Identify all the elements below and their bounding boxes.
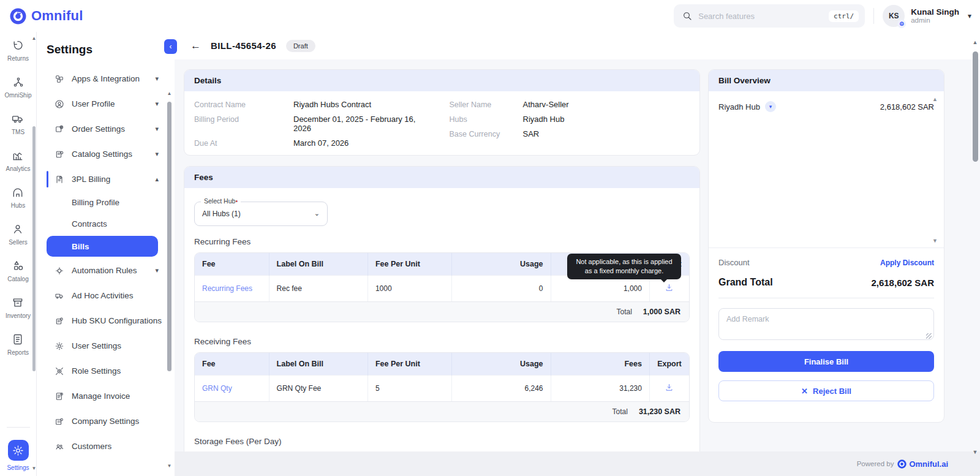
recurring-fees-table: Not applicable, as this is applied as a … [194,252,690,322]
table-row: GRN Qty GRN Qty Fee 5 6,246 31,230 [195,375,689,401]
rail-item-settings[interactable]: Settings [7,426,30,471]
reject-bill-button[interactable]: ✕ Reject Bill [718,380,934,401]
hub-amount: 2,618,602 SAR [880,102,934,111]
sidebar-item-hub-sku-configurations[interactable]: Hub SKU Configurations [47,308,175,333]
hub-icon [12,186,24,198]
sidebar-item-customers[interactable]: Customers [47,434,175,459]
sidebar-item-manage-invoice[interactable]: Manage Invoice [47,383,175,409]
box-icon [12,297,24,309]
sidebar-item-3pl-billing[interactable]: 3PL Billing▴ [47,167,175,192]
window-scrollbar[interactable]: ▲ ▼ [971,34,979,474]
rail-item-inventory[interactable]: Inventory [6,297,31,319]
sidebar-scrollbar[interactable]: ▲ ▼ [167,91,172,458]
omniful-ai-link[interactable]: Omniful.ai [897,459,948,469]
omniful-logo-icon [10,8,26,25]
user-menu[interactable]: KS ⚙ Kunal Singh admin [883,5,959,27]
sidebar-item-user-settings[interactable]: User Settings [47,333,175,358]
sidebar-item-contracts[interactable]: Contracts [47,213,175,235]
detail-hubs: Hubs Riyadh Hub [450,115,690,124]
gear-icon [12,445,24,456]
avatar: KS ⚙ [883,5,905,27]
sidebar-item-user-profile[interactable]: User Profile▾ [47,91,175,116]
sidebar-item-apps-integration[interactable]: Apps & Integration▾ [47,66,175,91]
main-content: ← BILL-45654-26 Draft Details Contract N… [175,32,980,476]
user-settings-icon [55,341,64,351]
brand-logo[interactable]: Omniful [10,8,83,25]
back-arrow-icon[interactable]: ← [190,40,201,52]
recurring-fees-title: Recurring Fees [194,237,690,246]
status-badge: Draft [286,40,315,52]
truck-icon [12,113,24,125]
discount-row: Discount Apply Discount [718,258,934,267]
sidebar-title: Settings [47,43,175,56]
fees-header: Fees [184,167,699,188]
grand-total-value: 2,618,602 SAR [871,278,934,288]
page-footer: Powered by Omniful.ai [175,451,980,476]
scroll-down-icon[interactable]: ▼ [971,449,979,455]
scrollbar-thumb[interactable] [973,51,978,162]
apply-discount-link[interactable]: Apply Discount [880,259,934,267]
rail-scroll-down-icon[interactable]: ▼ [31,466,37,471]
overview-scroll-up-icon[interactable]: ▲ [932,96,938,102]
sidebar-item-automation-rules[interactable]: Automation Rules▾ [47,258,175,283]
sidebar-scroll-down-icon[interactable]: ▼ [167,463,172,469]
export-download-icon[interactable] [665,283,674,294]
person-icon [12,223,24,235]
sidebar-item-role-settings[interactable]: Role Settings [47,358,175,383]
storage-fees-title: Storage Fees (Per Day) [194,437,690,446]
sidebar-item-ad-hoc-activities[interactable]: Ad Hoc Activities [47,283,175,308]
catalog-settings-icon [55,149,64,159]
sidebar-scroll-up-icon[interactable]: ▲ [167,91,172,96]
hub-select-value: All Hubs (1) [202,210,241,218]
remark-input[interactable] [718,308,934,340]
rail-item-sellers[interactable]: Sellers [9,223,28,246]
receiving-fees-table: Fee Label On Bill Fee Per Unit Usage Fee… [194,352,690,422]
rail-scrollbar[interactable]: ▲ ▼ [32,40,36,467]
fee-link[interactable]: Recurring Fees [195,275,269,301]
app-window: Omniful ctrl/ KS ⚙ Kunal Singh admin [0,0,980,476]
finalise-bill-button[interactable]: Finalise Bill [718,351,934,372]
bill-overview-header: Bill Overview [709,70,944,91]
hub-expand-chevron-icon[interactable]: ▾ [765,101,776,112]
hub-select[interactable]: Select Hub• All Hubs (1) ⌄ [194,202,328,226]
detail-due-at: Due At March 07, 2026 [194,138,435,148]
fee-link[interactable]: GRN Qty [195,375,269,401]
avatar-gear-icon: ⚙ [897,20,906,28]
receiving-fees-title: Receiving Fees [194,337,690,346]
recurring-fees-total: Total 1,000 SAR [195,301,689,322]
export-download-icon[interactable] [665,383,674,394]
sidebar-item-catalog-settings[interactable]: Catalog Settings▾ [47,142,175,167]
rail-scroll-up-icon[interactable]: ▲ [31,36,37,41]
rail-item-tms[interactable]: TMS [12,113,24,135]
chevron-down-icon: ▾ [155,75,159,83]
search-shortcut-badge: ctrl/ [829,10,859,22]
grand-total-row: Grand Total 2,618,602 SAR [718,277,934,288]
icon-rail: Returns OmniShip TMS Analytics Hubs Sell… [0,32,37,476]
sidebar-item-company-settings[interactable]: Company Settings [47,409,175,434]
overview-scroll-down-icon[interactable]: ▼ [932,238,938,244]
user-menu-chevron-down-icon[interactable]: ▾ [968,12,971,20]
user-role: admin [911,17,959,25]
sidebar-item-billing-profile[interactable]: Billing Profile [47,192,175,213]
chevron-down-icon: ▾ [155,266,159,274]
rail-item-reports[interactable]: Reports [7,333,29,356]
rail-item-hubs[interactable]: Hubs [11,186,25,209]
rail-item-returns[interactable]: Returns [7,39,29,62]
search-input[interactable] [698,12,823,21]
rail-item-catalog[interactable]: Catalog [7,260,28,282]
scroll-up-icon[interactable]: ▲ [971,39,979,45]
rail-item-omniship[interactable]: OmniShip [5,76,32,99]
shapes-icon [12,260,24,272]
sidebar-item-order-settings[interactable]: Order Settings▾ [47,116,175,142]
sidebar-collapse-button[interactable]: ‹ [164,39,177,54]
chevron-down-icon: ⌄ [314,210,320,217]
analytics-icon [12,149,24,162]
rail-item-analytics[interactable]: Analytics [6,149,30,172]
sidebar-item-bills[interactable]: Bills [47,236,158,257]
col-fee-per-unit: Fee Per Unit [368,253,451,276]
global-search[interactable]: ctrl/ [674,4,865,28]
returns-icon [12,39,24,51]
document-icon [12,333,24,346]
chevron-up-icon: ▴ [155,175,159,183]
col-label-on-bill: Label On Bill [269,253,368,276]
